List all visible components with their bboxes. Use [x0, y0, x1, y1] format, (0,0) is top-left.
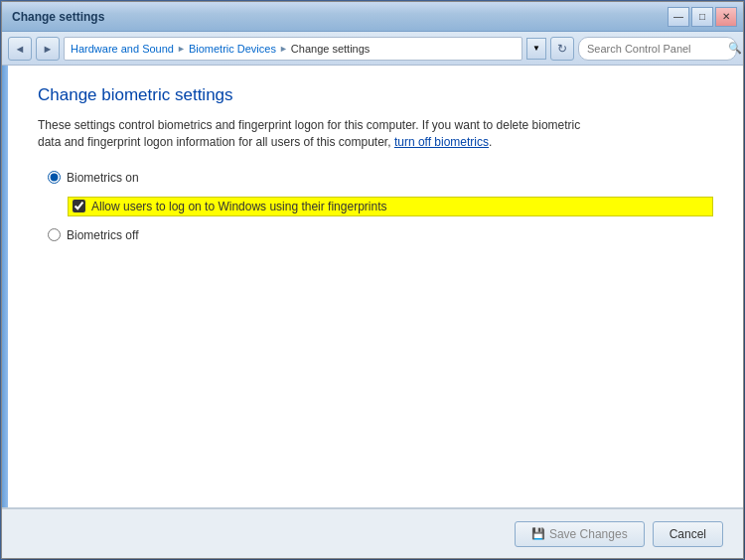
save-label: Save Changes: [549, 527, 628, 541]
content-area: Change biometric settings These settings…: [2, 66, 743, 558]
close-button[interactable]: ✕: [715, 7, 737, 27]
description: These settings control biometrics and fi…: [38, 117, 594, 151]
minimize-button[interactable]: —: [668, 7, 689, 27]
breadcrumb-dropdown-button[interactable]: ▼: [526, 38, 546, 60]
back-button[interactable]: ◄: [8, 37, 32, 61]
biometrics-on-label: Biometrics on: [67, 171, 139, 185]
breadcrumb-arrow-2: ►: [279, 44, 288, 54]
biometrics-on-radio[interactable]: [48, 171, 61, 184]
save-icon: 💾: [531, 527, 545, 540]
description-text-1: These settings control biometrics and fi…: [38, 118, 580, 149]
allow-fingerprint-row: Allow users to log on to Windows using t…: [68, 197, 713, 216]
cancel-button[interactable]: Cancel: [653, 521, 723, 547]
forward-button[interactable]: ►: [36, 37, 60, 61]
description-text-2: .: [489, 135, 492, 149]
footer: 💾 Save Changes Cancel: [2, 508, 743, 558]
biometrics-off-radio[interactable]: [48, 228, 61, 241]
main-window: Change settings — □ ✕ ◄ ► Hardware and S…: [1, 1, 744, 559]
window-controls: — □ ✕: [668, 7, 737, 27]
address-bar: ◄ ► Hardware and Sound ► Biometric Devic…: [2, 32, 743, 66]
refresh-button[interactable]: ↻: [550, 37, 574, 61]
search-input[interactable]: [587, 43, 724, 55]
biometrics-off-label: Biometrics off: [67, 228, 138, 242]
settings-section: Biometrics on Allow users to log on to W…: [48, 171, 713, 242]
breadcrumb-hardware[interactable]: Hardware and Sound: [71, 43, 174, 55]
left-border-container: Change biometric settings These settings…: [2, 66, 743, 507]
maximize-button[interactable]: □: [691, 7, 713, 27]
search-icon[interactable]: 🔍: [728, 42, 742, 55]
save-button[interactable]: 💾 Save Changes: [515, 521, 645, 547]
title-bar: Change settings — □ ✕: [2, 2, 743, 32]
biometrics-off-row: Biometrics off: [48, 228, 713, 242]
turn-off-link[interactable]: turn off biometrics: [394, 135, 489, 149]
breadcrumb: Hardware and Sound ► Biometric Devices ►…: [64, 37, 522, 61]
biometrics-on-row: Biometrics on: [48, 171, 713, 185]
page-title: Change biometric settings: [38, 85, 713, 105]
breadcrumb-current: Change settings: [291, 43, 371, 55]
allow-fingerprint-checkbox[interactable]: [73, 200, 85, 212]
window-title: Change settings: [8, 10, 104, 24]
allow-fingerprint-label: Allow users to log on to Windows using t…: [91, 200, 386, 213]
search-bar: 🔍: [578, 37, 737, 61]
main-panel: Change biometric settings These settings…: [8, 66, 743, 507]
breadcrumb-biometric[interactable]: Biometric Devices: [189, 43, 276, 55]
breadcrumb-arrow-1: ►: [177, 44, 186, 54]
